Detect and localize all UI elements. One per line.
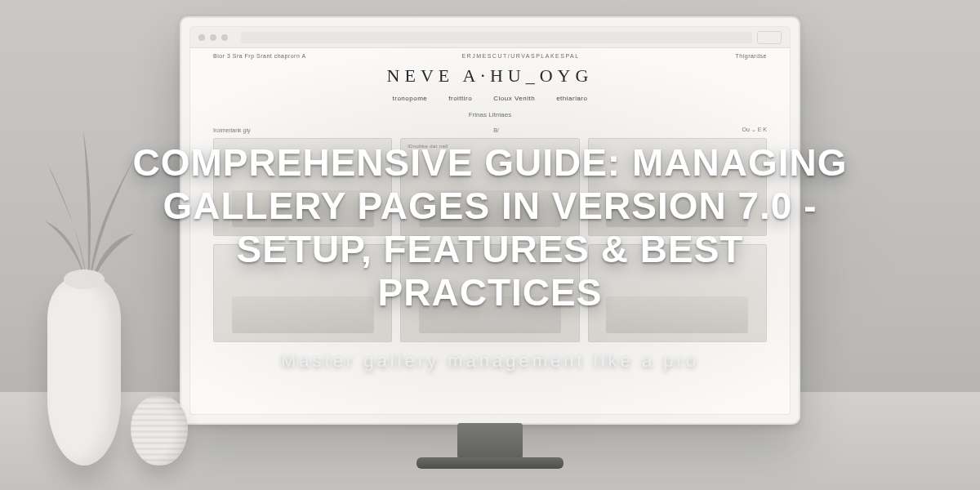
- hero-overlay: Comprehensive Guide: Managing Gallery Pa…: [0, 0, 980, 490]
- hero-subtitle: Master gallery management like a pro: [281, 350, 699, 372]
- hero-headline: Comprehensive Guide: Managing Gallery Pa…: [131, 141, 849, 314]
- hero-stage: Bior 3 Sra Frp Srant chaprorn A ERJMESCU…: [0, 0, 980, 490]
